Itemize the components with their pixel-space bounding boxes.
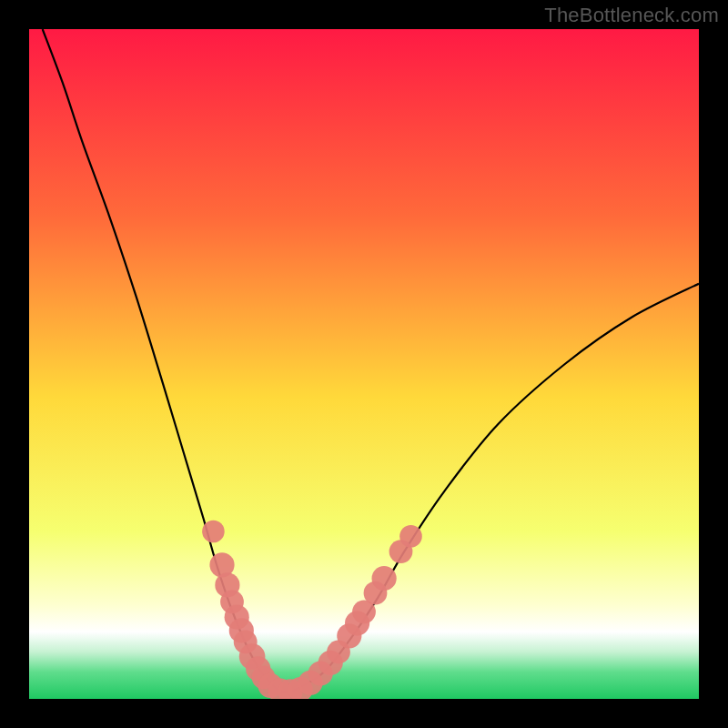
curve-marker [399,525,422,548]
curve-marker [202,521,225,543]
plot-area [29,29,699,699]
watermark-text: TheBottleneck.com [544,4,719,27]
curve-marker [372,566,397,591]
chart-frame: TheBottleneck.com [0,0,728,728]
bottleneck-curve [29,29,699,699]
curve-markers [202,521,422,699]
